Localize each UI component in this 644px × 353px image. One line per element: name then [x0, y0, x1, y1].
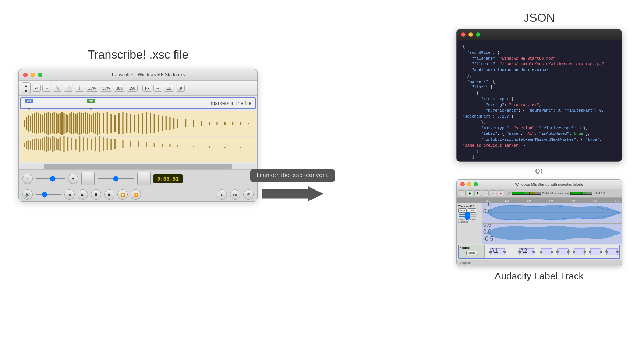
upper-track: Windows ME... Mute Solo Stereo, 44100Hz3…	[457, 203, 622, 244]
svg-point-129	[503, 251, 506, 253]
eq-button[interactable]: EQ	[164, 85, 174, 92]
svg-rect-28	[77, 113, 78, 134]
svg-rect-22	[66, 114, 67, 133]
transcribe-window: Transcribe! – Windows ME Startup.xsc AB …	[18, 69, 258, 202]
audacity-toolbar: ⏸ ▶ ⏹ ⏮ ⏭ ● 🎤 Click to Start Monitoring	[457, 189, 622, 198]
select-button[interactable]: Select	[466, 251, 477, 255]
marker-a1-label: A1	[25, 99, 33, 103]
svg-rect-114	[224, 147, 226, 148]
aud-stop[interactable]: ⏹	[474, 190, 481, 196]
status-text: Stopped.	[460, 261, 471, 265]
view-button[interactable]: ⬜	[64, 85, 73, 92]
svg-rect-110	[169, 144, 170, 147]
svg-rect-105	[130, 141, 131, 147]
svg-rect-107	[146, 142, 147, 147]
volume-slider[interactable]	[36, 178, 65, 179]
undo-button[interactable]: ↩	[32, 85, 41, 92]
svg-rect-40	[103, 113, 104, 133]
svg-rect-79	[40, 139, 41, 150]
svg-rect-27	[75, 114, 76, 133]
run-button[interactable]: 🚶	[75, 85, 84, 92]
time-0: 0.0	[486, 199, 490, 202]
stop-button[interactable]: ⏹	[104, 189, 114, 200]
key-button[interactable]: ♭#	[176, 85, 185, 92]
svg-rect-68	[248, 123, 249, 124]
svg-point-148	[616, 251, 619, 253]
aud-prev[interactable]: ⏮	[482, 190, 489, 196]
svg-rect-80	[42, 138, 43, 150]
playback-slider[interactable]	[36, 194, 61, 195]
fast-forward-button[interactable]: ⏩	[131, 189, 141, 200]
track-pan-slider[interactable]	[458, 216, 477, 217]
marker-a1: A1	[25, 99, 33, 110]
skip-to-end[interactable]: ⏭	[230, 189, 240, 200]
scrollbar[interactable]	[20, 164, 256, 169]
labels-track-header: × labels Select	[459, 245, 485, 258]
json-close[interactable]	[461, 32, 466, 37]
speed-up-button[interactable]: +	[137, 172, 151, 185]
volume-up-button[interactable]: +	[68, 174, 78, 184]
svg-rect-1	[24, 120, 25, 127]
aud-pause[interactable]: ⏸	[459, 190, 466, 196]
svg-rect-78	[38, 139, 39, 150]
scrollbar-thumb[interactable]	[44, 164, 232, 169]
back-button[interactable]: ←	[42, 85, 51, 92]
svg-rect-2	[26, 117, 27, 130]
speed-150[interactable]: 150	[127, 85, 138, 92]
svg-rect-58	[173, 118, 174, 129]
fx-button[interactable]: Fx	[142, 85, 152, 92]
svg-rect-82	[46, 136, 47, 152]
svg-rect-48	[134, 115, 135, 132]
marker-a2: A2	[87, 99, 95, 110]
ab-button[interactable]: AB	[22, 82, 31, 94]
speed-25[interactable]: 25%	[86, 85, 98, 92]
close-button[interactable]	[23, 73, 28, 77]
fast-rewind-button[interactable]: ⏪	[117, 189, 128, 200]
aud-next[interactable]: ⏭	[490, 190, 496, 196]
play-button[interactable]: ▶	[78, 189, 88, 200]
aud-close[interactable]	[460, 182, 465, 186]
svg-rect-140	[574, 248, 585, 255]
svg-rect-5	[32, 114, 33, 133]
speed-slider[interactable]	[98, 178, 134, 179]
svg-point-147	[605, 251, 608, 253]
svg-rect-4	[30, 116, 31, 131]
speed-50[interactable]: 50%	[100, 85, 112, 92]
aud-play[interactable]: ▶	[467, 190, 473, 196]
svg-rect-111	[177, 145, 178, 147]
svg-rect-64	[216, 122, 217, 125]
rewind-button[interactable]: ⏮	[64, 189, 75, 200]
svg-rect-85	[52, 136, 53, 152]
pause-button[interactable]: ⏸	[91, 189, 101, 200]
skip-to-start[interactable]: ⏮	[217, 189, 227, 200]
json-maximize[interactable]	[476, 32, 480, 37]
volume-down-button[interactable]: −	[22, 174, 33, 184]
speed-down-button[interactable]: −	[81, 172, 95, 185]
time-display: 0:05.51	[153, 174, 183, 183]
svg-rect-67	[240, 122, 241, 125]
labels-track-content: A1 A2	[485, 245, 619, 258]
zoom-button[interactable]: 🔍	[53, 85, 62, 92]
aud-minimize[interactable]	[467, 182, 471, 186]
svg-rect-53	[154, 114, 155, 133]
svg-rect-21	[63, 113, 64, 134]
aud-record[interactable]: ●	[498, 190, 504, 196]
arrow-label: transcribe-xsc-convert	[250, 169, 335, 182]
json-minimize[interactable]	[468, 32, 473, 37]
svg-rect-102	[110, 139, 112, 150]
aud-maximize[interactable]	[474, 182, 478, 186]
speaker-button[interactable]: 🔊	[22, 189, 33, 200]
minimize-button[interactable]	[31, 73, 35, 77]
maximize-button[interactable]	[38, 73, 42, 77]
svg-rect-19	[60, 113, 61, 134]
json-window: { "soundFile": { "filename": "Windows ME…	[456, 29, 622, 162]
svg-rect-76	[34, 139, 35, 150]
marker-a1-arrow	[28, 108, 31, 110]
svg-point-142	[584, 251, 586, 253]
speed-100[interactable]: 100	[114, 85, 125, 92]
svg-rect-52	[150, 113, 151, 133]
skip-button[interactable]: ⇒	[153, 85, 162, 92]
svg-rect-87	[56, 138, 57, 150]
svg-rect-44	[118, 113, 120, 134]
svg-rect-83	[48, 137, 49, 151]
